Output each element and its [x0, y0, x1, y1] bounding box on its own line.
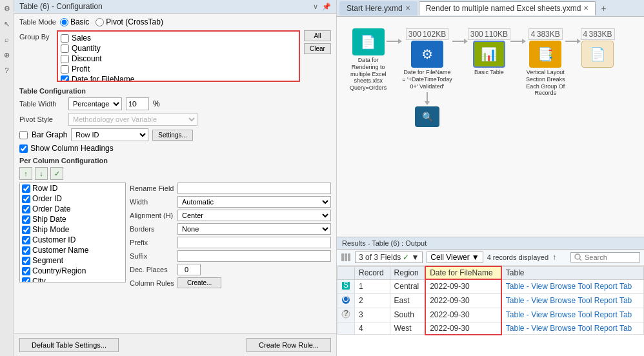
- pin-icon[interactable]: 📌: [322, 3, 331, 11]
- show-col-headings-check[interactable]: [19, 144, 28, 153]
- panel-title-bar: Table (6) - Configuration ∨ 📌: [14, 0, 336, 14]
- field-segment[interactable]: Segment: [20, 255, 125, 266]
- fields-chevron: ▼: [411, 253, 419, 262]
- group-by-field-date[interactable]: Date for FileName: [61, 74, 296, 82]
- alignment-select[interactable]: Center Left Right: [177, 210, 331, 221]
- prefix-label: Prefix: [130, 239, 175, 246]
- table-width-select[interactable]: Percentage Pixels: [68, 97, 122, 110]
- radio-pivot[interactable]: Pivot (CrossTab): [96, 17, 163, 26]
- field-order-id[interactable]: Order ID: [20, 193, 125, 204]
- field-ship-mode[interactable]: Ship Mode: [20, 224, 125, 235]
- bar-graph-select[interactable]: Row ID: [71, 128, 148, 141]
- prefix-input[interactable]: [177, 237, 331, 248]
- node5-icon[interactable]: 📄: [581, 41, 614, 68]
- th-table: Table: [501, 266, 644, 279]
- arrow-up-btn[interactable]: ↑: [19, 167, 32, 180]
- group-by-discount-label: Discount: [72, 54, 102, 63]
- dec-places-input[interactable]: [177, 264, 201, 275]
- width-row: Width Automatic Fixed: [130, 196, 331, 208]
- upload-icon[interactable]: ↑: [552, 253, 556, 262]
- check-btn[interactable]: ✓: [50, 167, 63, 180]
- question-icon[interactable]: ?: [1, 64, 13, 76]
- default-table-settings-button[interactable]: Default Table Settings...: [19, 338, 119, 352]
- node3-icon[interactable]: 📊: [473, 41, 505, 68]
- bar-graph-check[interactable]: [19, 131, 28, 139]
- tab-add-button[interactable]: +: [597, 3, 610, 14]
- group-by-quantity-label: Quantity: [72, 44, 101, 53]
- row2-icon: O: [337, 293, 355, 308]
- field-city[interactable]: City: [20, 276, 125, 282]
- suffix-row: Suffix: [130, 250, 331, 262]
- bottom-buttons: Default Table Settings... Create Row Rul…: [14, 333, 336, 356]
- borders-row: Borders None All: [130, 223, 331, 235]
- row4-table[interactable]: Table - View Browse Tool Report Tab: [501, 322, 644, 335]
- group-by-profit-check[interactable]: [61, 65, 69, 74]
- alignment-label: Alignment (H): [130, 212, 175, 219]
- field-row-id[interactable]: Row ID: [20, 183, 125, 193]
- tab-render-excel-close[interactable]: ✕: [583, 5, 589, 12]
- node4-icon[interactable]: 📑: [529, 41, 561, 68]
- svg-rect-0: [341, 253, 344, 261]
- borders-select[interactable]: None All: [177, 223, 331, 235]
- radio-basic[interactable]: Basic: [60, 17, 89, 26]
- row2-table[interactable]: Table - View Browse Tool Report Tab: [501, 293, 644, 308]
- group-by-box[interactable]: Sales Quantity Discount Profit Date for …: [57, 30, 300, 82]
- connector-3-4: [510, 39, 526, 44]
- node1-icon[interactable]: 📄: [352, 28, 385, 55]
- group-by-sales-check[interactable]: [61, 34, 69, 43]
- group-by-field-profit[interactable]: Profit: [61, 64, 296, 74]
- table-row: ? 3 South 2022-09-30 Table - View Browse…: [337, 308, 644, 322]
- cursor-icon[interactable]: ↖: [1, 18, 13, 30]
- row1-table[interactable]: Table - View Browse Tool Report Tab: [501, 279, 644, 293]
- panel-content: Table Mode Basic Pivot (CrossTab) Group …: [14, 14, 336, 333]
- clear-button[interactable]: Clear: [304, 43, 331, 54]
- field-country-region[interactable]: Country/Region: [20, 266, 125, 276]
- search-icon[interactable]: ⌕: [1, 34, 13, 45]
- row2-region: East: [390, 293, 425, 308]
- field-order-date[interactable]: Order Date: [20, 204, 125, 214]
- svg-point-3: [575, 254, 580, 259]
- group-by-date-check[interactable]: [61, 75, 69, 83]
- group-by-field-quantity[interactable]: Quantity: [61, 43, 296, 54]
- width-label: Width: [130, 198, 175, 206]
- arrow-down-btn[interactable]: ↓: [35, 167, 48, 180]
- th-record: Record: [355, 266, 390, 279]
- collapse-icon[interactable]: ∨: [313, 3, 318, 11]
- width-select[interactable]: Automatic Fixed: [177, 196, 331, 208]
- group-by-discount-check[interactable]: [61, 55, 69, 63]
- row3-table[interactable]: Table - View Browse Tool Report Tab: [501, 308, 644, 322]
- rename-label: Rename Field: [130, 184, 175, 192]
- group-by-field-sales[interactable]: Sales: [61, 33, 296, 43]
- all-button[interactable]: All: [304, 30, 331, 41]
- cell-viewer-button[interactable]: Cell Viewer ▼: [427, 252, 483, 263]
- suffix-input[interactable]: [177, 250, 331, 262]
- group-by-field-discount[interactable]: Discount: [61, 54, 296, 64]
- rename-field-input[interactable]: [177, 183, 331, 194]
- field-customer-name[interactable]: Customer Name: [20, 245, 125, 255]
- node2-sub-icon[interactable]: 🔍: [415, 106, 439, 127]
- field-list[interactable]: Row ID Order ID Order Date Ship Date Shi…: [19, 183, 126, 282]
- workflow-node-3: 300 110KB 📊 Basic Table: [468, 28, 510, 76]
- radio-basic-input[interactable]: [60, 18, 68, 26]
- node2-icon[interactable]: ⚙: [411, 41, 443, 68]
- group-by-quantity-check[interactable]: [61, 44, 69, 53]
- tag-icon[interactable]: ⊕: [1, 49, 13, 61]
- svg-line-4: [579, 259, 581, 261]
- table-width-value[interactable]: [126, 97, 149, 110]
- row1-icon: S: [337, 279, 355, 293]
- create-row-rule-button[interactable]: Create Row Rule...: [247, 338, 331, 352]
- fields-dropdown[interactable]: 3 of 3 Fields ✓ ▼: [355, 252, 423, 263]
- settings-button[interactable]: Settings...: [152, 130, 192, 141]
- gear-icon[interactable]: ⚙: [1, 3, 13, 14]
- field-ship-date[interactable]: Ship Date: [20, 214, 125, 224]
- bar-graph-row: Bar Graph Row ID Settings...: [19, 128, 331, 141]
- tab-render-excel[interactable]: Render to multiple named Excel sheets.yx…: [419, 1, 596, 15]
- tab-start-here[interactable]: Start Here.yxmd ✕: [339, 1, 418, 15]
- search-box[interactable]: [570, 252, 640, 262]
- canvas-area: 📄 Data forRendering tomultiple Excelshee…: [337, 17, 644, 237]
- search-input[interactable]: [585, 253, 636, 261]
- field-customer-id[interactable]: Customer ID: [20, 235, 125, 245]
- tab-start-here-close[interactable]: ✕: [405, 5, 410, 12]
- create-button[interactable]: Create...: [177, 277, 221, 288]
- radio-pivot-input[interactable]: [96, 18, 104, 26]
